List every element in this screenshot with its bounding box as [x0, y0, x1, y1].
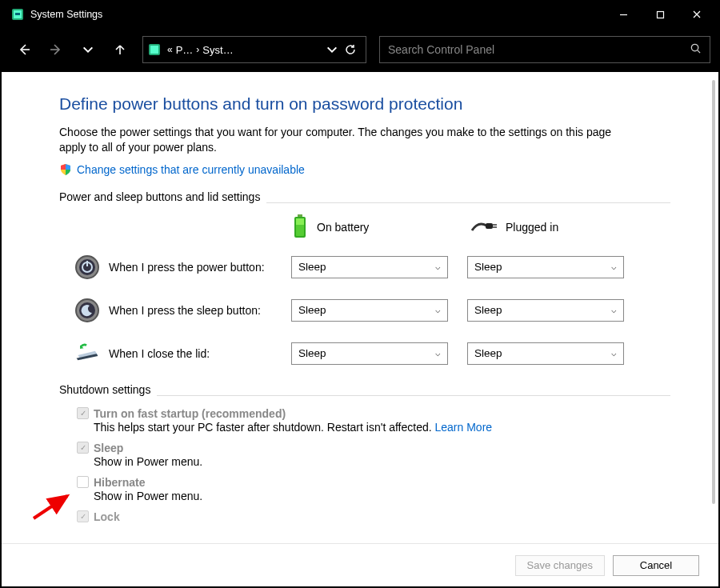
chk-item-fast-startup: ✓ Turn on fast startup (recommended) Thi… — [77, 407, 670, 434]
chevron-down-icon: ⌵ — [611, 348, 617, 358]
section-shutdown-label: Shutdown settings — [59, 383, 150, 396]
up-button[interactable] — [106, 35, 134, 64]
app-icon — [11, 8, 24, 21]
battery-icon — [291, 214, 309, 241]
chk-fast-startup-desc-text: This helps start your PC faster after sh… — [94, 421, 432, 434]
back-button[interactable] — [10, 35, 38, 64]
scrollbar[interactable] — [710, 72, 717, 543]
learn-more-link[interactable]: Learn More — [435, 421, 493, 434]
main-content: Define power buttons and turn on passwor… — [2, 72, 718, 543]
checkbox-sleep[interactable]: ✓ — [77, 442, 89, 454]
col-head-battery: On battery — [291, 214, 451, 241]
divider — [266, 202, 670, 203]
forward-button[interactable] — [42, 35, 70, 64]
change-settings-link[interactable]: Change settings that are currently unava… — [77, 163, 305, 176]
chevron-down-icon: ⌵ — [435, 305, 441, 315]
svg-rect-16 — [296, 218, 304, 225]
breadcrumb-1[interactable]: P… — [176, 44, 194, 56]
chk-item-hibernate: Hibernate Show in Power menu. — [77, 476, 670, 502]
maximize-button[interactable] — [642, 2, 678, 27]
chk-hibernate-label: Hibernate — [94, 476, 146, 489]
recent-dropdown[interactable] — [74, 35, 102, 64]
plug-icon — [470, 219, 498, 236]
row-sleep-button-label: When I press the sleep button: — [109, 304, 291, 317]
footer-bar: Save changes Cancel — [2, 543, 718, 586]
select-lid-plugged[interactable]: Sleep⌵ — [467, 342, 624, 365]
sleep-button-icon — [74, 297, 101, 324]
window-title: System Settings — [30, 9, 605, 20]
chk-fast-startup-label: Turn on fast startup (recommended) — [94, 407, 286, 420]
chk-sleep-label: Sleep — [94, 442, 123, 454]
power-button-icon — [74, 254, 101, 281]
breadcrumb-2[interactable]: Syst… — [202, 44, 233, 56]
save-button[interactable]: Save changes — [515, 555, 605, 576]
title-bar: System Settings — [2, 2, 718, 27]
row-sleep-button: When I press the sleep button: Sleep⌵ Sl… — [59, 297, 670, 324]
page-title: Define power buttons and turn on passwor… — [59, 94, 670, 114]
address-bar[interactable]: « P… › Syst… — [142, 36, 366, 63]
row-power-button: When I press the power button: Sleep⌵ Sl… — [59, 254, 670, 281]
address-app-icon — [148, 43, 161, 56]
checkbox-hibernate[interactable] — [77, 476, 89, 488]
chk-item-sleep: ✓ Sleep Show in Power menu. — [77, 442, 670, 468]
scrollbar-thumb[interactable] — [712, 80, 715, 504]
row-close-lid-label: When I close the lid: — [109, 347, 291, 360]
cancel-button[interactable]: Cancel — [613, 555, 699, 576]
close-button[interactable] — [678, 2, 715, 27]
chevron-down-icon: ⌵ — [435, 348, 441, 358]
svg-rect-10 — [150, 46, 158, 54]
select-power-battery-value: Sleep — [298, 261, 326, 273]
row-power-button-label: When I press the power button: — [109, 261, 291, 274]
chevron-down-icon: ⌵ — [435, 262, 441, 272]
select-lid-plugged-value: Sleep — [474, 347, 502, 359]
nav-bar: « P… › Syst… — [2, 27, 718, 72]
select-sleep-battery[interactable]: Sleep⌵ — [291, 299, 448, 322]
col-head-plugged: Plugged in — [470, 214, 630, 241]
select-sleep-plugged-value: Sleep — [474, 304, 502, 316]
search-box[interactable] — [379, 36, 710, 63]
checkbox-fast-startup[interactable]: ✓ — [77, 407, 89, 419]
col-head-plugged-label: Plugged in — [506, 221, 558, 234]
svg-rect-13 — [298, 214, 302, 217]
chk-item-lock: ✓ Lock — [77, 510, 670, 523]
svg-rect-4 — [657, 11, 663, 18]
chevron-down-icon: ⌵ — [611, 262, 617, 272]
minimize-button[interactable] — [605, 2, 642, 27]
svg-line-12 — [698, 50, 700, 52]
svg-rect-2 — [15, 13, 20, 15]
address-dropdown[interactable] — [324, 35, 340, 64]
select-lid-battery[interactable]: Sleep⌵ — [291, 342, 448, 365]
svg-point-11 — [691, 44, 698, 50]
search-input[interactable] — [388, 43, 690, 56]
select-lid-battery-value: Sleep — [298, 347, 326, 359]
checkbox-lock[interactable]: ✓ — [77, 510, 89, 522]
search-icon[interactable] — [690, 42, 702, 58]
chevron-right-icon: › — [196, 44, 199, 55]
shield-icon — [59, 163, 72, 176]
section-power-buttons-label: Power and sleep buttons and lid settings — [59, 190, 260, 203]
chevron-down-icon: ⌵ — [611, 305, 617, 315]
chk-hibernate-desc: Show in Power menu. — [94, 490, 670, 502]
intro-text: Choose the power settings that you want … — [59, 125, 635, 155]
select-power-battery[interactable]: Sleep⌵ — [291, 256, 448, 278]
select-power-plugged[interactable]: Sleep⌵ — [467, 256, 624, 278]
chk-sleep-desc: Show in Power menu. — [94, 455, 670, 468]
select-power-plugged-value: Sleep — [474, 261, 502, 273]
crumb-ellipsis-icon: « — [167, 44, 173, 55]
divider — [157, 395, 670, 396]
chk-lock-label: Lock — [94, 510, 120, 523]
refresh-button[interactable] — [340, 35, 361, 64]
laptop-lid-icon — [74, 340, 101, 367]
select-sleep-battery-value: Sleep — [298, 304, 326, 316]
row-close-lid: When I close the lid: Sleep⌵ Sleep⌵ — [59, 340, 670, 367]
chk-fast-startup-desc: This helps start your PC faster after sh… — [94, 421, 670, 434]
svg-rect-17 — [486, 223, 493, 229]
col-head-battery-label: On battery — [317, 221, 369, 234]
select-sleep-plugged[interactable]: Sleep⌵ — [467, 299, 624, 322]
